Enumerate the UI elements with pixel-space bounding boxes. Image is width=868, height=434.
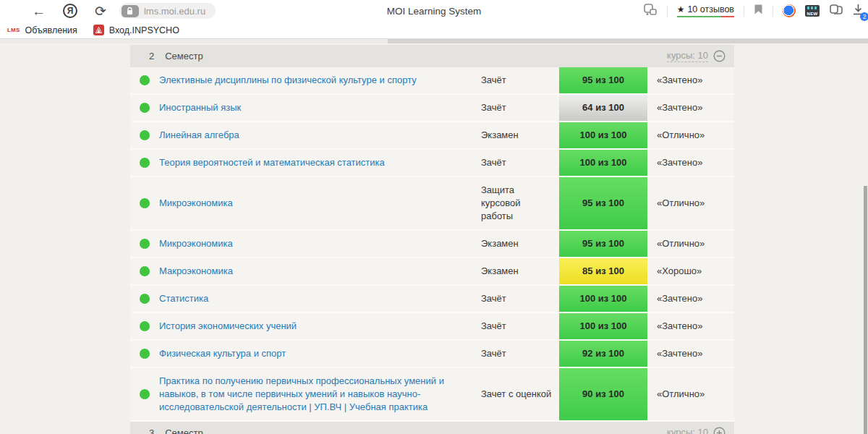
downloads-badge: 2	[860, 12, 868, 21]
bookmark-label: Вход.INPSYCHO	[109, 25, 179, 35]
control-type-cell: Экзамен	[481, 122, 559, 148]
grade-cell: «Зачтено»	[647, 313, 734, 339]
control-type: Защита курсовой работы	[481, 184, 555, 223]
score-cell[interactable]: 95 из 100	[559, 67, 647, 93]
lock-icon[interactable]	[122, 5, 139, 17]
course-row: Иностранный язык Зачёт 64 из 100 «Зачтен…	[130, 95, 734, 122]
course-row: Микроэкономика Экзамен 95 из 100 «Отличн…	[130, 231, 734, 258]
expand-plus-icon[interactable]	[713, 427, 726, 434]
address-bar[interactable]: lms.moi.edu.ru	[119, 3, 216, 19]
status-cell	[130, 368, 159, 420]
score-cell[interactable]: 100 из 100	[559, 286, 647, 312]
course-link[interactable]: Линейная алгебра	[159, 129, 239, 142]
grade-label: «Хорошо»	[657, 265, 702, 278]
score-cell[interactable]: 90 из 100	[559, 368, 647, 420]
score-cell[interactable]: 100 из 100	[559, 122, 647, 148]
status-dot-icon	[140, 294, 150, 304]
course-name-cell: Элективные дисциплины по физической куль…	[159, 67, 481, 93]
lms-gradebook-page: 2 Семестр курсы: 10 Элективные дисциплин…	[0, 43, 868, 434]
browser-window: ← Я ⟳ lms.moi.edu.ru MOI Learning System…	[0, 0, 868, 434]
bookmark-item-inpsycho[interactable]: Вход.INPSYCHO	[93, 25, 179, 35]
status-cell	[130, 67, 159, 93]
control-type-cell: Защита курсовой работы	[481, 177, 559, 229]
course-row: Статистика Зачёт 100 из 100 «Зачтено»	[130, 286, 734, 313]
grade-label: «Зачтено»	[657, 156, 702, 169]
course-row: Микроэкономика Защита курсовой работы 95…	[130, 177, 734, 231]
status-dot-icon	[140, 130, 150, 140]
collapse-minus-icon[interactable]	[713, 50, 726, 62]
score-cell[interactable]: 85 из 100	[559, 258, 647, 284]
course-link[interactable]: Физическая культура и спорт	[159, 347, 286, 360]
control-type-cell: Зачёт	[481, 95, 559, 121]
vertical-scrollbar-thumb[interactable]	[864, 186, 867, 434]
bookmark-icon[interactable]	[754, 4, 763, 18]
course-link[interactable]: Микроэкономика	[159, 237, 233, 250]
course-rows: Элективные дисциплины по физической куль…	[130, 67, 734, 422]
score-cell[interactable]: 100 из 100	[559, 313, 647, 339]
refresh-icon[interactable]: ⟳	[95, 4, 106, 18]
tab-groups-icon[interactable]	[644, 4, 658, 19]
control-type: Зачёт	[481, 347, 506, 360]
course-name-cell: Микроэкономика	[159, 177, 481, 229]
score-cell[interactable]: 95 из 100	[559, 231, 647, 257]
grade-cell: «Зачтено»	[647, 67, 734, 93]
score-cell[interactable]: 95 из 100	[559, 177, 647, 229]
control-type: Экзамен	[481, 129, 519, 142]
course-name-cell: Практика по получению первичных професси…	[159, 368, 481, 420]
control-type: Зачёт	[481, 292, 506, 305]
course-name-cell: Линейная алгебра	[159, 122, 481, 148]
status-cell	[130, 231, 159, 257]
extension-icon[interactable]	[783, 4, 796, 17]
star-icon: ★	[677, 4, 685, 14]
score-cell[interactable]: 64 из 100	[559, 95, 647, 121]
control-type-cell: Экзамен	[481, 258, 559, 284]
semester-title: Семестр	[165, 51, 203, 61]
yandex-icon[interactable]: Я	[63, 4, 77, 18]
control-type-cell: Зачёт	[481, 150, 559, 176]
status-cell	[130, 341, 159, 367]
semester-number: 2	[149, 51, 154, 61]
status-dot-icon	[140, 321, 150, 331]
bookmark-item-announcements[interactable]: LMS Объявления	[7, 25, 77, 35]
score-cell[interactable]: 100 из 100	[559, 150, 647, 176]
course-name-cell: Микроэкономика	[159, 231, 481, 257]
divider	[744, 6, 744, 17]
course-link[interactable]: Макроэкономика	[159, 265, 233, 278]
course-link[interactable]: Элективные дисциплины по физической куль…	[159, 74, 417, 87]
semester-3-header: 3 Семестр курсы: 10	[130, 422, 734, 434]
status-dot-icon	[140, 349, 150, 359]
grade-label: «Отлично»	[657, 129, 705, 142]
courses-count-link[interactable]: курсы: 10	[667, 427, 708, 434]
course-row: Элективные дисциплины по физической куль…	[130, 67, 734, 95]
grade-cell: «Хорошо»	[647, 258, 734, 284]
grade-cell: «Зачтено»	[647, 95, 734, 121]
courses-count-link[interactable]: курсы: 10	[667, 50, 708, 62]
status-cell	[130, 95, 159, 121]
status-cell	[130, 150, 159, 176]
course-link[interactable]: История экономических учений	[159, 320, 297, 333]
score-cell[interactable]: 92 из 100	[559, 341, 647, 367]
control-type: Зачет с оценкой	[481, 388, 551, 401]
course-link[interactable]: Иностранный язык	[159, 101, 241, 114]
grade-cell: «Отлично»	[647, 122, 734, 148]
course-link[interactable]: Теория вероятностей и математическая ста…	[159, 156, 385, 169]
grade-label: «Отлично»	[657, 388, 705, 401]
control-type-cell: Зачет с оценкой	[481, 368, 559, 420]
course-name-cell: Макроэкономика	[159, 258, 481, 284]
course-link[interactable]: Практика по получению первичных професси…	[159, 375, 471, 414]
nav-buttons: ← Я ⟳	[0, 4, 106, 18]
course-row: Практика по получению первичных професси…	[130, 368, 734, 422]
downloads-icon[interactable]: 2	[853, 4, 864, 18]
site-reviews-widget[interactable]: ★ 10 отзывов	[677, 4, 734, 18]
bookmark-label: Объявления	[25, 25, 77, 35]
course-row: Физическая культура и спорт Зачёт 92 из …	[130, 341, 734, 368]
status-dot-icon	[140, 266, 150, 276]
semester-number: 3	[149, 427, 154, 434]
course-name-cell: История экономических учений	[159, 313, 481, 339]
back-icon[interactable]: ←	[32, 4, 46, 18]
side-panels-icon[interactable]	[829, 4, 843, 19]
course-link[interactable]: Микроэкономика	[159, 197, 233, 210]
course-link[interactable]: Статистика	[159, 292, 208, 305]
new-extension-icon[interactable]: NEW	[805, 5, 820, 17]
bookmarks-bar: LMS Объявления Вход.INPSYCHO	[0, 22, 868, 38]
